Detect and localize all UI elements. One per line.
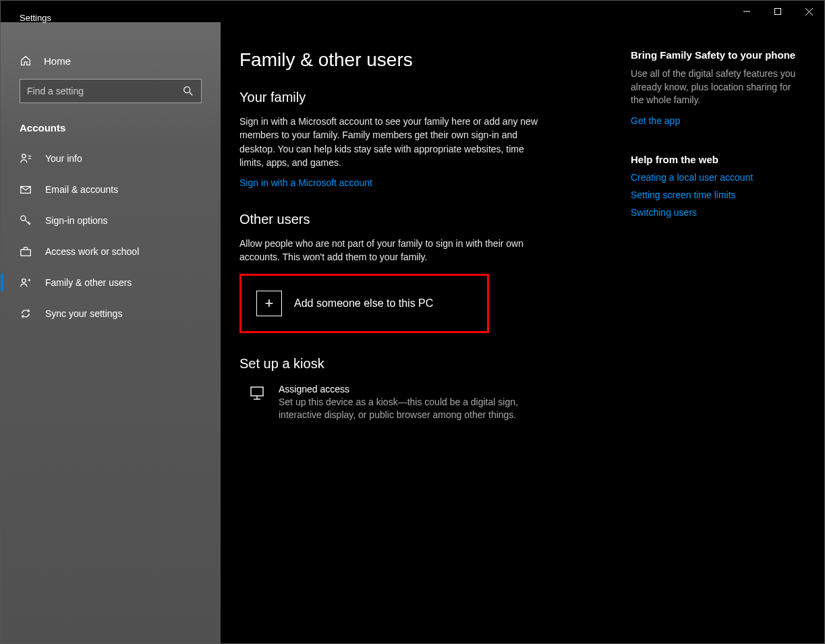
help-link-switch-users[interactable]: Switching users — [631, 207, 806, 218]
help-heading: Help from the web — [631, 154, 806, 165]
sidebar-item-sync-settings[interactable]: Sync your settings — [1, 298, 221, 329]
get-the-app-link[interactable]: Get the app — [631, 115, 680, 126]
other-users-desc: Allow people who are not part of your fa… — [239, 237, 550, 264]
briefcase-icon — [20, 245, 32, 258]
svg-point-6 — [22, 154, 26, 158]
your-family-heading: Your family — [239, 90, 617, 105]
assigned-access-desc: Set up this device as a kiosk—this could… — [279, 396, 528, 422]
family-icon — [20, 276, 32, 289]
sidebar-item-label: Sync your settings — [45, 308, 122, 319]
search-icon — [182, 85, 194, 97]
help-link-create-user[interactable]: Creating a local user account — [631, 172, 806, 183]
main-content: Family & other users Your family Sign in… — [221, 22, 824, 643]
search-field[interactable] — [27, 86, 182, 96]
svg-line-5 — [190, 92, 193, 96]
family-safety-heading: Bring Family Safety to your phone — [631, 49, 806, 61]
sidebar-item-label: Family & other users — [45, 277, 132, 288]
close-button[interactable] — [793, 1, 824, 22]
kiosk-icon — [249, 385, 265, 401]
assigned-access-title: Assigned access — [279, 384, 528, 394]
add-someone-button[interactable]: + Add someone else to this PC — [239, 274, 489, 333]
svg-point-4 — [184, 87, 190, 93]
sidebar-item-your-info[interactable]: Your info — [1, 143, 221, 174]
svg-rect-11 — [21, 250, 30, 256]
sidebar-item-label: Your info — [45, 153, 82, 164]
sidebar-item-family-users[interactable]: Family & other users — [1, 267, 221, 298]
sidebar-item-label: Email & accounts — [45, 184, 118, 195]
app-title: Settings — [20, 13, 51, 23]
kiosk-heading: Set up a kiosk — [239, 356, 617, 372]
home-label: Home — [44, 55, 71, 67]
home-button[interactable]: Home — [1, 47, 221, 75]
sidebar-item-email-accounts[interactable]: Email & accounts — [1, 174, 221, 205]
section-heading: Accounts — [1, 110, 221, 143]
sidebar-item-label: Access work or school — [45, 246, 139, 257]
svg-rect-15 — [251, 387, 263, 396]
maximize-button[interactable] — [762, 1, 793, 22]
home-icon — [20, 55, 32, 67]
person-icon — [20, 152, 32, 165]
svg-rect-1 — [775, 9, 781, 15]
sidebar-item-signin-options[interactable]: Sign-in options — [1, 205, 221, 236]
sync-icon — [20, 308, 32, 320]
mail-icon — [20, 183, 32, 196]
sidebar-item-label: Sign-in options — [45, 215, 108, 226]
search-input[interactable] — [20, 79, 202, 103]
signin-ms-account-link[interactable]: Sign in with a Microsoft account — [239, 177, 372, 188]
sidebar: Home Accounts Your info Email & a — [1, 22, 221, 643]
family-safety-desc: Use all of the digital safety features y… — [631, 67, 806, 107]
svg-point-12 — [22, 279, 26, 283]
key-icon — [20, 214, 32, 227]
settings-window: Settings Home — [0, 0, 825, 644]
your-family-desc: Sign in with a Microsoft account to see … — [239, 115, 550, 169]
aside-panel: Bring Family Safety to your phone Use al… — [631, 49, 806, 630]
minimize-button[interactable] — [731, 1, 762, 22]
help-link-screen-time[interactable]: Setting screen time limits — [631, 189, 806, 200]
svg-point-10 — [21, 216, 26, 221]
titlebar — [1, 1, 824, 22]
plus-icon: + — [256, 291, 282, 316]
other-users-heading: Other users — [239, 212, 617, 227]
assigned-access-button[interactable]: Assigned access Set up this device as a … — [239, 384, 617, 422]
add-someone-label: Add someone else to this PC — [294, 297, 433, 310]
sidebar-item-access-work[interactable]: Access work or school — [1, 236, 221, 267]
page-title: Family & other users — [239, 49, 617, 71]
